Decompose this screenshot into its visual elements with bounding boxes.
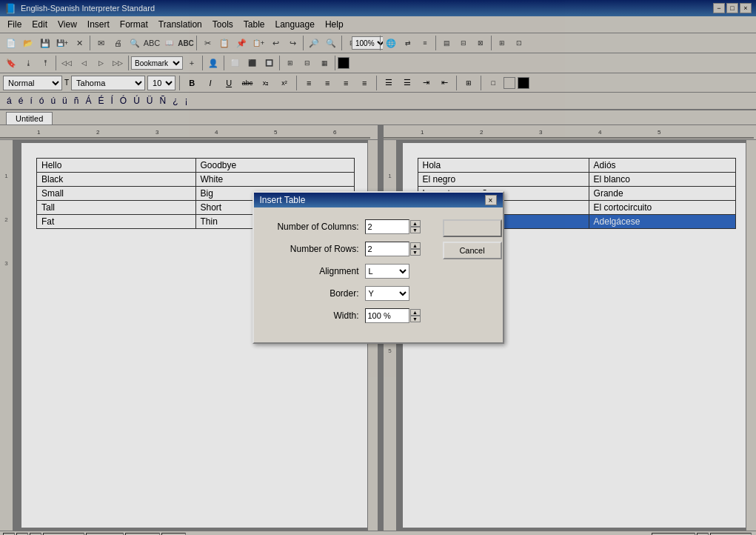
insert-table-dialog: Insert Table × Number of Columns: ▲ ▼ [252,191,504,344]
width-down[interactable]: ▼ [410,316,421,322]
alignment-row: Alignment L C R [269,264,421,279]
dialog-title-bar: Insert Table × [254,193,503,207]
columns-up[interactable]: ▲ [410,220,421,227]
columns-row: Number of Columns: ▲ ▼ [269,219,421,234]
width-spinner: ▲ ▼ [410,309,421,322]
columns-label: Number of Columns: [269,222,365,232]
dialog-buttons: Cancel [443,219,502,330]
rows-up[interactable]: ▲ [410,242,421,249]
width-up[interactable]: ▲ [410,309,421,316]
columns-input-wrap: ▲ ▼ [365,219,421,234]
width-row: Width: ▲ ▼ [269,308,421,323]
dialog-close-button[interactable]: × [485,195,497,205]
border-select[interactable]: Y N [365,286,409,301]
border-row: Border: Y N [269,286,421,301]
columns-spinner: ▲ ▼ [410,220,421,233]
dialog-title: Insert Table [260,195,306,205]
rows-input-wrap: ▲ ▼ [365,242,421,256]
cancel-button[interactable]: Cancel [443,242,502,259]
rows-label: Number of Rows: [269,244,365,254]
width-label: Width: [269,310,365,321]
modal-overlay: Insert Table × Number of Columns: ▲ ▼ [0,0,756,535]
rows-spinner: ▲ ▼ [410,242,421,256]
rows-input[interactable] [365,242,409,256]
width-input-wrap: ▲ ▼ [365,308,421,323]
alignment-input-wrap: L C R [365,264,409,279]
alignment-select[interactable]: L C R [365,264,409,279]
dialog-content: Number of Columns: ▲ ▼ Number of Rows: [254,207,503,342]
columns-input[interactable] [365,219,409,234]
rows-row: Number of Rows: ▲ ▼ [269,242,421,256]
ok-button[interactable] [443,219,502,237]
width-input[interactable] [365,308,409,323]
columns-down[interactable]: ▼ [410,227,421,233]
border-input-wrap: Y N [365,286,409,301]
alignment-label: Alignment [269,266,365,276]
border-label: Border: [269,288,365,299]
rows-down[interactable]: ▼ [410,249,421,256]
dialog-fields: Number of Columns: ▲ ▼ Number of Rows: [269,219,421,330]
